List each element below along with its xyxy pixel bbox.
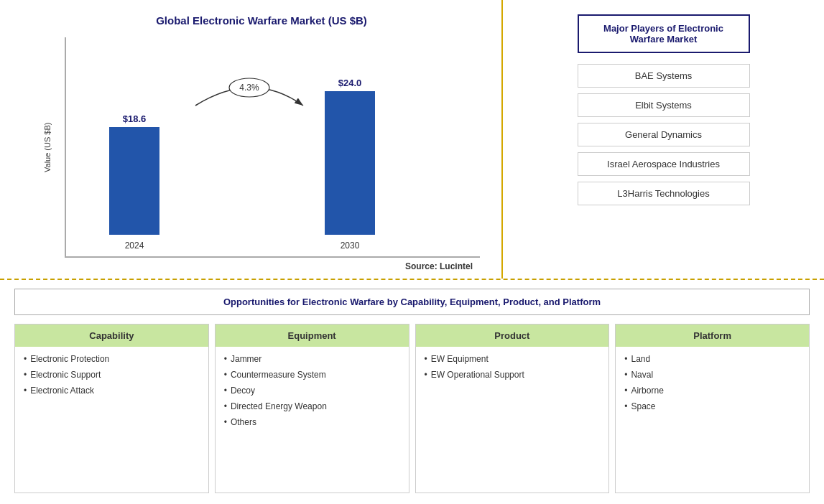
bullet: • — [224, 354, 227, 364]
bullet: • — [224, 401, 227, 411]
right-panel: Major Players of Electronic Warfare Mark… — [503, 0, 824, 279]
equipment-item-3: • Directed Energy Weapon — [224, 401, 400, 411]
source-label: Source: Lucintel — [43, 261, 480, 271]
bar-value-2030: $24.0 — [338, 78, 362, 88]
bottom-section: Opportunities for Electronic Warfare by … — [0, 280, 824, 504]
equipment-item-1: • Countermeasure System — [224, 370, 400, 380]
chart-inner: $18.6 2024 — [57, 37, 480, 258]
columns-container: Capability • Electronic Protection • Ele… — [14, 324, 810, 493]
cagr-arrow-svg: 4.3% — [188, 163, 318, 206]
bullet: • — [624, 354, 627, 364]
bar-2024 — [109, 127, 159, 235]
player-l3harris: L3Harris Technologies — [578, 182, 750, 205]
equipment-column: Equipment • Jammer • Countermeasure Syst… — [215, 324, 409, 493]
chart-wrapper: Value (US $B) $18.6 2024 — [43, 37, 480, 258]
capability-body: • Electronic Protection • Electronic Sup… — [15, 347, 208, 493]
bullet: • — [224, 417, 227, 427]
player-general-dynamics: General Dynamics — [578, 123, 750, 146]
equipment-item-0: • Jammer — [224, 354, 400, 364]
product-column: Product • EW Equipment • EW Operational … — [415, 324, 610, 493]
bar-value-2024: $18.6 — [123, 113, 147, 124]
bullet: • — [425, 370, 427, 380]
product-body: • EW Equipment • EW Operational Support — [416, 347, 609, 493]
opportunities-title: Opportunities for Electronic Warfare by … — [14, 289, 810, 315]
player-bae: BAE Systems — [578, 64, 750, 88]
equipment-body: • Jammer • Countermeasure System • Decoy… — [216, 347, 409, 493]
capability-column: Capability • Electronic Protection • Ele… — [14, 324, 209, 493]
cagr-label: 4.3% — [239, 83, 259, 93]
platform-column: Platform • Land • Naval • Airborne — [615, 324, 810, 493]
product-header: Product — [416, 325, 609, 347]
bullet: • — [624, 401, 627, 411]
platform-item-3: • Space — [624, 401, 800, 411]
bars-container: $18.6 2024 — [65, 37, 480, 258]
chart-title: Global Electronic Warfare Market (US $B) — [156, 14, 367, 27]
capability-item-2: • Electronic Attack — [24, 386, 200, 396]
product-item-0: • EW Equipment — [425, 354, 601, 364]
bullet: • — [624, 370, 627, 380]
bullet: • — [24, 386, 27, 396]
platform-header: Platform — [616, 325, 809, 347]
equipment-item-4: • Others — [224, 417, 400, 427]
bar-group-2030: $24.0 2030 — [325, 78, 375, 235]
top-section: Global Electronic Warfare Market (US $B)… — [0, 0, 824, 280]
bullet: • — [24, 354, 27, 364]
capability-header: Capability — [15, 325, 208, 347]
bullet: • — [624, 386, 627, 396]
player-elbit: Elbit Systems — [578, 93, 750, 117]
bar-xlabel-2024: 2024 — [125, 241, 144, 251]
product-item-1: • EW Operational Support — [425, 370, 601, 380]
platform-item-1: • Naval — [624, 370, 800, 380]
capability-item-0: • Electronic Protection — [24, 354, 200, 364]
platform-item-2: • Airborne — [624, 386, 800, 396]
equipment-header: Equipment — [216, 325, 409, 347]
bullet: • — [224, 386, 227, 396]
bar-xlabel-2030: 2030 — [341, 241, 360, 251]
bar-2030 — [325, 91, 375, 235]
y-axis-label: Value (US $B) — [43, 37, 52, 258]
bullet: • — [224, 370, 227, 380]
platform-item-0: • Land — [624, 354, 800, 364]
equipment-item-2: • Decoy — [224, 386, 400, 396]
bullet: • — [24, 370, 27, 380]
chart-area: Global Electronic Warfare Market (US $B)… — [0, 0, 503, 279]
major-players-title: Major Players of Electronic Warfare Mark… — [578, 14, 750, 53]
platform-body: • Land • Naval • Airborne • Space — [616, 347, 809, 493]
capability-item-1: • Electronic Support — [24, 370, 200, 380]
bar-group-2024: $18.6 2024 — [109, 113, 159, 235]
main-container: Global Electronic Warfare Market (US $B)… — [0, 0, 824, 504]
player-israel: Israel Aerospace Industries — [578, 152, 750, 176]
bullet: • — [425, 354, 427, 364]
